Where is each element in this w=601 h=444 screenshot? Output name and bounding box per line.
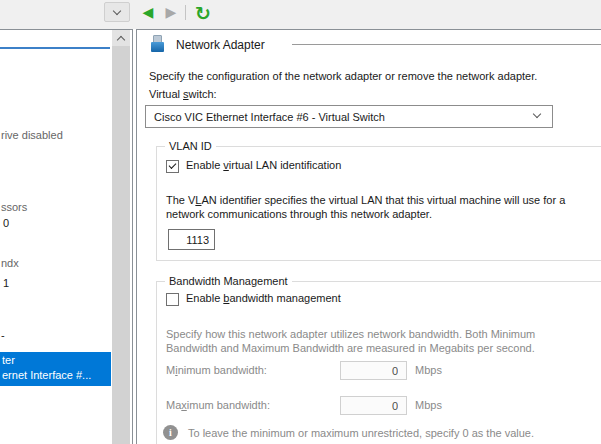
- vlan-description-line2: network communications through this netw…: [166, 208, 432, 220]
- chevron-down-icon: [533, 110, 541, 118]
- enable-bandwidth-checkbox[interactable]: [166, 293, 179, 306]
- checkmark-icon: [169, 161, 177, 169]
- selected-item-line2: ernet Interface #...: [2, 369, 91, 381]
- bandwidth-description-line2: Bandwidth and Maximum Bandwidth are meas…: [166, 342, 535, 354]
- bandwidth-description-line1: Specify how this network adapter utilize…: [166, 328, 535, 340]
- minimum-bandwidth-input[interactable]: [340, 361, 407, 380]
- refresh-button[interactable]: ↻: [191, 0, 215, 26]
- info-icon: i: [163, 425, 178, 440]
- chevron-up-icon: [117, 35, 125, 43]
- chevron-down-icon: [113, 6, 121, 14]
- enable-vlan-label[interactable]: Enable virtual LAN identification: [186, 159, 341, 171]
- toolbar-combobox-button[interactable]: [104, 2, 130, 22]
- maximum-bandwidth-unit: Mbps: [415, 399, 442, 411]
- enable-vlan-checkbox[interactable]: [166, 160, 179, 173]
- vlan-id-group-label: VLAN ID: [165, 140, 216, 152]
- minimum-bandwidth-unit: Mbps: [415, 364, 442, 376]
- info-text: To leave the minimum or maximum unrestri…: [188, 427, 534, 439]
- virtual-switch-combobox[interactable]: Cisco VIC Ethernet Interface #6 - Virtua…: [145, 105, 553, 128]
- sidebar-scrollbar[interactable]: [112, 30, 130, 444]
- sidebar-selection-divider: [0, 47, 110, 49]
- tree-item-ndx-value[interactable]: 1: [3, 277, 9, 289]
- tree-item-processors[interactable]: ssors: [1, 201, 27, 213]
- tree-item-dash[interactable]: -: [1, 329, 5, 341]
- toolbar: ◀ ▶ ↻: [0, 0, 601, 29]
- page-title: Network Adapter: [176, 38, 265, 52]
- virtual-switch-label: Virtual switch:: [149, 88, 217, 100]
- selected-item-line1: ter: [2, 354, 15, 366]
- scrollbar-up-button[interactable]: [112, 30, 130, 46]
- tree-item-network-adapter-selected[interactable]: ter ernet Interface #...: [0, 352, 111, 386]
- back-button[interactable]: ◀: [138, 2, 158, 22]
- maximum-bandwidth-input[interactable]: [340, 396, 407, 415]
- tree-item-processors-value[interactable]: 0: [3, 217, 9, 229]
- vlan-id-input[interactable]: [168, 229, 215, 250]
- header-rule: [292, 44, 601, 45]
- tree-item-ndx[interactable]: ndx: [1, 257, 19, 269]
- maximum-bandwidth-label: Maximum bandwidth:: [166, 399, 270, 411]
- vlan-description-line1: The VLAN identifier specifies the virtua…: [166, 194, 565, 206]
- network-adapter-icon: [151, 35, 164, 53]
- enable-bandwidth-label[interactable]: Enable bandwidth management: [186, 292, 341, 304]
- toolbar-separator: [185, 5, 186, 20]
- forward-button[interactable]: ▶: [161, 2, 181, 22]
- bandwidth-group-label: Bandwidth Management: [165, 275, 292, 287]
- page-description: Specify the configuration of the network…: [149, 70, 537, 82]
- tree-item-drive-disabled[interactable]: rive disabled: [1, 129, 63, 141]
- minimum-bandwidth-label: Minimum bandwidth:: [166, 364, 267, 376]
- virtual-switch-selected-value: Cisco VIC Ethernet Interface #6 - Virtua…: [154, 111, 385, 123]
